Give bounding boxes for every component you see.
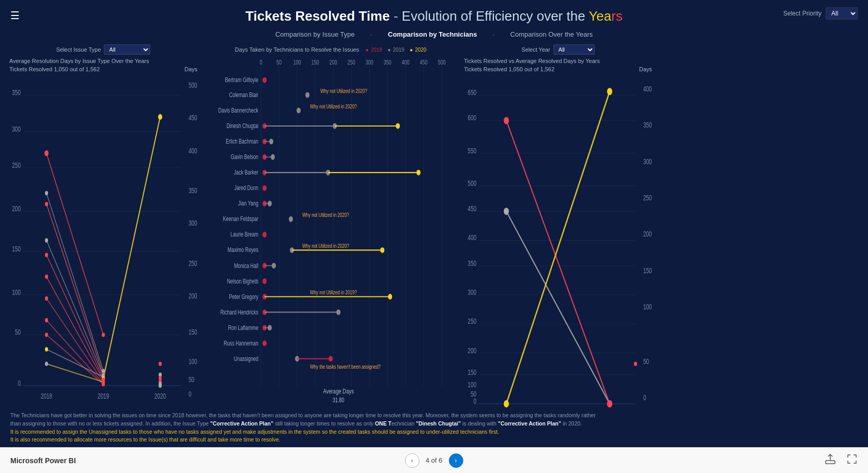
svg-text:350: 350 [12,89,21,97]
left-days-label: Days [184,66,197,72]
svg-text:150: 150 [12,245,21,253]
app-title: Microsoft Power BI [10,456,76,465]
priority-label: Select Priority [783,10,822,17]
center-title: Days Taken by Technicians to Resolve the… [235,46,360,53]
title-rs: rs [611,8,623,24]
svg-point-45 [45,202,48,206]
svg-text:Unassigned: Unassigned [234,355,259,362]
right-chart-svg: 650 600 550 500 450 400 350 300 250 200 … [460,73,656,407]
page-indicator: 4 of 6 [426,456,443,464]
svg-point-152 [336,309,340,315]
svg-text:Maximo Reyes: Maximo Reyes [228,246,258,254]
svg-point-111 [269,139,273,145]
svg-text:Why not Utilized in 2020?: Why not Utilized in 2020? [302,243,349,249]
left-chart-area: 350 300 250 200 150 100 50 0 500 450 400… [5,73,202,407]
svg-text:300: 300 [468,288,476,296]
svg-point-50 [45,318,48,322]
svg-point-147 [388,294,392,299]
svg-point-52 [45,347,48,351]
legend-2018: 2018 [371,47,382,53]
svg-text:Nelson Bighetti: Nelson Bighetti [227,277,258,285]
svg-text:Russ Hanneman: Russ Hanneman [224,339,258,346]
left-panel-subtitle: Average Resolution Days by Issue Type Ov… [5,57,202,65]
svg-text:Gavin Belson: Gavin Belson [230,153,258,161]
page-title: Tickets Resolved Time - Evolution of Eff… [10,8,858,24]
svg-point-214 [634,361,637,366]
svg-point-162 [329,356,333,361]
svg-text:Monica Hall: Monica Hall [234,262,258,269]
title-normal: Evolution of Efficiency over the [402,8,589,24]
svg-point-132 [262,232,267,238]
svg-text:600: 600 [468,114,476,122]
svg-text:50: 50 [276,59,282,66]
issue-type-dropdown[interactable]: All [104,44,150,55]
svg-point-208 [504,208,509,215]
prev-page-button[interactable]: ‹ [405,453,420,468]
svg-text:300: 300 [643,157,652,166]
svg-point-63 [102,382,105,386]
tab-technicians[interactable]: Comparison by Technicians [388,30,477,38]
svg-text:200: 200 [468,346,476,355]
priority-dropdown[interactable]: All [826,7,858,20]
title-bold: Tickets Resolved Time [245,8,390,24]
svg-text:2020: 2020 [154,392,166,400]
left-panel-stat-row: Tickets Resolved 1,050 out of 1,562 Days [5,65,202,73]
left-panel: Select Issue Type All Average Resolution… [5,42,202,407]
svg-text:150: 150 [311,59,319,66]
svg-text:50: 50 [189,375,194,384]
svg-point-51 [45,333,48,337]
svg-text:250: 250 [468,318,476,326]
issue-type-select-row: Select Issue Type All [5,42,202,57]
svg-text:Keenan Feldspar: Keenan Feldspar [223,215,258,223]
center-panel-header: Days Taken by Technicians to Resolve the… [207,42,455,55]
svg-text:Erlich Bachman: Erlich Bachman [226,138,258,145]
svg-point-209 [504,117,509,124]
svg-point-123 [262,185,267,191]
issue-type-label: Select Issue Type [56,46,101,53]
svg-text:550: 550 [468,147,476,155]
tab-years[interactable]: Comparison Over the Years [510,30,593,38]
bottom-icons [825,453,858,467]
svg-text:200: 200 [643,230,652,239]
svg-text:350: 350 [383,59,391,66]
svg-text:Bertram Gilfoyle: Bertram Gilfoyle [225,76,258,84]
svg-text:Jian Yang: Jian Yang [238,200,258,207]
svg-text:100: 100 [643,303,652,311]
svg-text:0: 0 [473,397,476,405]
svg-rect-215 [826,461,835,464]
svg-point-213 [607,88,612,95]
year-dropdown[interactable]: All [553,44,595,55]
svg-point-115 [271,154,275,160]
svg-point-107 [396,123,400,129]
svg-text:50: 50 [643,357,649,366]
svg-text:50: 50 [15,328,21,337]
svg-point-54 [102,333,105,337]
svg-text:0: 0 [259,59,262,66]
svg-point-47 [45,253,48,257]
svg-text:350: 350 [189,186,197,195]
tab-issue-type[interactable]: Comparison by Issue Type [275,30,355,38]
svg-point-44 [45,191,48,195]
svg-text:Ron Laflamme: Ron Laflamme [228,324,258,331]
svg-point-70 [159,384,162,388]
svg-point-121 [416,170,421,176]
svg-text:150: 150 [468,368,476,376]
dashboard: ☰ Tickets Resolved Time - Evolution of E… [0,0,868,447]
svg-point-97 [305,92,309,98]
svg-text:150: 150 [189,328,197,337]
insight-line1: The Technicians have got better in solvi… [10,412,858,420]
hamburger-icon[interactable]: ☰ [10,9,20,22]
svg-text:Coleman Blair: Coleman Blair [229,91,259,99]
fullscreen-icon[interactable] [846,453,858,467]
share-icon[interactable] [825,453,836,467]
svg-text:450: 450 [189,114,197,122]
svg-point-95 [262,77,267,83]
year-label: Select Year [521,46,550,53]
right-chart-area: 650 600 550 500 450 400 350 300 250 200 … [460,73,656,407]
svg-text:Davis Bannercheck: Davis Bannercheck [219,107,259,114]
next-page-button[interactable]: › [448,453,463,468]
nav-tabs: Comparison by Issue Type - Comparison by… [0,28,868,42]
right-panel-subtitle: Tickets Resolved vs Average Resolved Day… [460,57,656,65]
svg-text:2019: 2019 [98,392,109,400]
svg-text:Richard Hendricks: Richard Hendricks [221,308,258,316]
